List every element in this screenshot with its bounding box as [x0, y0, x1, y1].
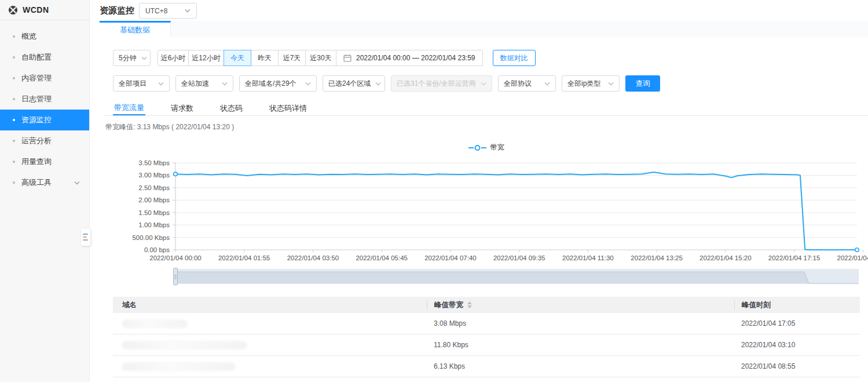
granularity-value: 5分钟 — [119, 53, 137, 63]
svg-text:1.50 Mbps: 1.50 Mbps — [138, 209, 170, 216]
metric-tabbar: 带宽流量请求数状态码状态码详情 — [104, 101, 868, 116]
metric-tab-3[interactable]: 状态码 — [219, 101, 244, 115]
range-button-3[interactable]: 今天 — [224, 50, 251, 66]
range-button-2[interactable]: 近12小时 — [188, 50, 224, 66]
filter-select-7[interactable]: 全部ip类型 — [562, 75, 620, 92]
range-button-4[interactable]: 昨天 — [251, 50, 279, 66]
filter-select-3[interactable]: 全部域名/共29个 — [239, 75, 317, 92]
datazoom-minimap — [175, 269, 859, 284]
sidebar-item-2[interactable]: 自助配置 — [0, 47, 89, 68]
sidebar-collapse-handle[interactable] — [81, 228, 90, 246]
chevron-down-icon — [476, 82, 486, 86]
select-value: 全部协议 — [504, 79, 532, 89]
filter-select-6[interactable]: 全部协议 — [498, 75, 556, 92]
calendar-icon — [343, 54, 351, 62]
peak-label: 带宽峰值: — [105, 123, 135, 131]
svg-text:2022/01/04 11:30: 2022/01/04 11:30 — [562, 254, 614, 261]
filter-select-1[interactable]: 全部项目 — [113, 75, 170, 92]
chevron-down-icon — [217, 82, 228, 86]
sidebar-item-label: 内容管理 — [21, 73, 52, 83]
bullet-icon — [13, 181, 15, 184]
chevron-down-icon — [540, 82, 550, 86]
filter-select-4[interactable]: 已选24个区域 — [323, 75, 385, 92]
metric-tab-1[interactable]: 带宽流量 — [113, 101, 145, 115]
bullet-icon — [13, 98, 15, 100]
date-range-value: 2022/01/04 00:00 — 2022/01/04 23:59 — [356, 54, 475, 62]
chart-datazoom-slider[interactable] — [175, 269, 859, 284]
sidebar-item-5[interactable]: 资源监控 — [0, 110, 89, 130]
sidebar-item-label: 用量查询 — [21, 157, 52, 167]
svg-text:2022/01/04 00:00: 2022/01/04 00:00 — [149, 254, 202, 261]
timezone-value: UTC+8 — [145, 7, 167, 15]
cell-domain — [113, 341, 427, 349]
cell-peak-bandwidth: 11.80 Kbps — [427, 341, 734, 349]
sidebar-item-label: 自助配置 — [21, 52, 52, 63]
redacted-domain — [122, 341, 247, 349]
dimension-filter-row: 全部项目 全站加速 全部域名/共29个 已选24个区域 已选31个省份/全部运营… — [113, 75, 660, 92]
svg-text:2022/01/04 13:25: 2022/01/04 13:25 — [631, 254, 683, 261]
data-compare-button[interactable]: 数据对比 — [493, 50, 536, 66]
granularity-select[interactable]: 5分钟 — [113, 50, 151, 66]
bullet-icon — [13, 35, 15, 38]
range-button-1[interactable]: 近6小时 — [158, 50, 189, 66]
svg-text:2022/01/04 09:35: 2022/01/04 09:35 — [493, 254, 545, 261]
sidebar-item-6[interactable]: 运营分析 — [0, 130, 89, 151]
chevron-down-icon — [603, 82, 614, 86]
svg-text:2022/01/04 05:45: 2022/01/04 05:45 — [356, 254, 408, 261]
filter-select-2[interactable]: 全站加速 — [175, 75, 233, 92]
timezone-select[interactable]: UTC+8 — [139, 3, 197, 19]
table-row: 11.80 Kbps 2022/01/04 03:10 — [113, 334, 860, 356]
column-header-peak-bandwidth[interactable]: 峰值带宽 — [427, 300, 734, 310]
svg-text:2022/01/04 17:15: 2022/01/04 17:15 — [768, 254, 821, 261]
chevron-down-icon — [74, 181, 80, 185]
page-title: 资源监控 — [100, 5, 134, 16]
time-filter-row: 5分钟 近6小时近12小时今天昨天近7天近30天 2022/01/04 00:0… — [113, 50, 536, 66]
domain-peak-table: 域名 峰值带宽 峰值时刻 3.08 Mbps 2022/01/04 17:05 … — [113, 297, 860, 377]
tab-basic-data[interactable]: 基础数据 — [100, 21, 171, 37]
chart-legend[interactable]: 带宽 — [104, 143, 868, 152]
bandwidth-chart[interactable]: 3.50 Mbps3.00 Mbps2.50 Mbps2.00 Mbps1.50… — [104, 152, 868, 268]
svg-text:2.50 Mbps: 2.50 Mbps — [138, 184, 170, 191]
metric-tab-4[interactable]: 状态码详情 — [268, 101, 308, 115]
quick-range-group: 近6小时近12小时今天昨天近7天近30天 — [158, 50, 336, 66]
sidebar-item-4[interactable]: 日志管理 — [0, 89, 89, 110]
app-logo: WCDN — [0, 0, 89, 20]
sidebar-item-7[interactable]: 用量查询 — [0, 151, 89, 172]
table-row: 3.08 Mbps 2022/01/04 17:05 — [113, 313, 860, 334]
main-content: 资源监控 UTC+8 基础数据 5分钟 近6小时近12小时今天昨天近7天近30天… — [90, 0, 868, 382]
sidebar-item-label: 资源监控 — [21, 115, 52, 125]
cell-peak-bandwidth: 6.13 Kbps — [427, 362, 734, 370]
table-header: 域名 峰值带宽 峰值时刻 — [113, 297, 860, 313]
svg-text:1.00 Mbps: 1.00 Mbps — [138, 221, 170, 228]
redacted-domain — [122, 363, 235, 370]
chevron-down-icon — [301, 82, 311, 86]
sort-icon[interactable] — [467, 301, 472, 308]
range-button-6[interactable]: 近30天 — [305, 50, 336, 66]
cell-domain — [113, 320, 427, 328]
query-button[interactable]: 查询 — [625, 75, 660, 92]
select-value: 全部ip类型 — [567, 79, 600, 89]
column-header-domain: 域名 — [113, 300, 427, 310]
sidebar-item-1[interactable]: 概览 — [0, 26, 89, 47]
metric-tab-2[interactable]: 请求数 — [170, 101, 195, 115]
bandwidth-line-chart-svg: 3.50 Mbps3.00 Mbps2.50 Mbps2.00 Mbps1.50… — [104, 152, 868, 268]
svg-text:3.50 Mbps: 3.50 Mbps — [138, 159, 170, 166]
datazoom-left-handle[interactable] — [173, 268, 178, 285]
svg-text:0.00 bps: 0.00 bps — [144, 246, 170, 253]
table-row: 6.13 Kbps 2022/01/04 08:55 — [113, 356, 860, 377]
chevron-down-icon — [371, 82, 381, 86]
sidebar: WCDN 概览 自助配置 内容管理 日志管理 资源监控 运营分析 用量查询 高级… — [0, 0, 90, 382]
sidebar-item-label: 运营分析 — [21, 136, 52, 146]
sidebar-item-3[interactable]: 内容管理 — [0, 68, 89, 89]
column-header-peak-time: 峰值时刻 — [734, 300, 860, 310]
cell-domain — [113, 363, 427, 370]
select-value: 全部域名/共29个 — [245, 79, 296, 89]
bullet-icon — [13, 161, 15, 163]
sidebar-item-8[interactable]: 高级工具 — [0, 172, 89, 193]
date-range-picker[interactable]: 2022/01/04 00:00 — 2022/01/04 23:59 — [336, 50, 483, 66]
range-button-5[interactable]: 近7天 — [278, 50, 306, 66]
svg-text:2022/01/04 19:10: 2022/01/04 19:10 — [837, 254, 868, 261]
legend-label: 带宽 — [490, 143, 504, 152]
sidebar-item-label: 高级工具 — [21, 177, 52, 188]
svg-text:2022/01/04 01:55: 2022/01/04 01:55 — [218, 254, 270, 261]
